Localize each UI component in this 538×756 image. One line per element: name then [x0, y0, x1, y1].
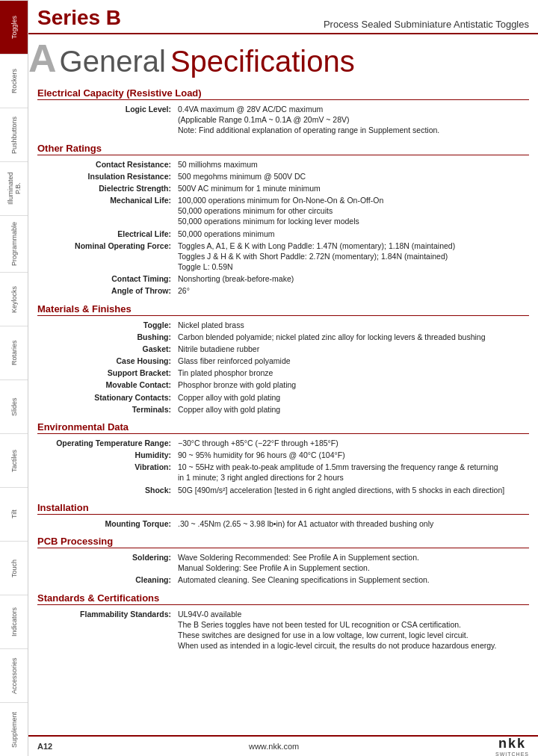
row-value: Nitrile butadiene rubber	[176, 343, 529, 355]
table-row: Humidity: 90 ~ 95% humidity for 96 hours…	[37, 449, 529, 461]
sidebar-item-illuminated[interactable]: Illuminated P.B.	[0, 161, 28, 215]
table-row: Movable Contact: Phosphor bronze with go…	[37, 379, 529, 391]
row-value: 0.4VA maximum @ 28V AC/DC maximum (Appli…	[176, 103, 529, 137]
section-standards-certifications: Standards & Certifications	[37, 592, 529, 605]
table-row: Shock: 50G [490m/s²] acceleration [teste…	[37, 484, 529, 496]
table-row: Cleaning: Automated cleaning. See Cleani…	[37, 574, 529, 586]
row-label: Soldering:	[37, 551, 176, 574]
standards-certifications-table: Flammability Standards: UL94V-0 availabl…	[37, 608, 529, 652]
sidebar-item-rotaries[interactable]: Rotaries	[0, 326, 28, 379]
row-value: .30 ~ .45Nm (2.65 ~ 3.98 lb•in) for A1 a…	[176, 518, 529, 530]
sidebar-item-toggles[interactable]: Toggles	[0, 0, 28, 54]
nkk-switches-label: SWITCHES	[495, 752, 529, 756]
section-electrical-capacity: Electrical Capacity (Resistive Load)	[37, 87, 529, 100]
row-value: 10 ~ 55Hz with peak-to-peak amplitude of…	[176, 461, 529, 483]
row-label: Toggle:	[37, 319, 176, 331]
table-row: Vibration: 10 ~ 55Hz with peak-to-peak a…	[37, 461, 529, 483]
table-row: Bushing: Carbon blended polyamide; nicke…	[37, 331, 529, 343]
pcb-processing-table: Soldering: Wave Soldering Recommended: S…	[37, 551, 529, 586]
sidebar-item-touch[interactable]: Touch	[0, 541, 28, 595]
row-label: Bushing:	[37, 331, 176, 343]
sidebar-item-indicators[interactable]: Indicators	[0, 595, 28, 648]
row-label: Flammability Standards:	[37, 608, 176, 652]
sidebar-item-keylocks[interactable]: Keylocks	[0, 272, 28, 326]
page-footer: A12 www.nkk.com nkk SWITCHES	[28, 735, 538, 756]
table-row: Terminals: Copper alloy with gold platin…	[37, 403, 529, 415]
sidebar-item-supplement[interactable]: Supplement	[0, 702, 28, 756]
row-value: Glass fiber reinforced polyamide	[176, 355, 529, 367]
row-value: Automated cleaning. See Cleaning specifi…	[176, 574, 529, 586]
row-label: Terminals:	[37, 403, 176, 415]
row-label: Cleaning:	[37, 574, 176, 586]
row-value: Copper alloy with gold plating	[176, 403, 529, 415]
row-label: Insulation Resistance:	[37, 170, 176, 182]
installation-table: Mounting Torque: .30 ~ .45Nm (2.65 ~ 3.9…	[37, 518, 529, 530]
section-installation: Installation	[37, 502, 529, 515]
content-area: Electrical Capacity (Resistive Load) Log…	[28, 87, 538, 659]
materials-finishes-table: Toggle: Nickel plated brass Bushing: Car…	[37, 319, 529, 415]
row-label: Case Housing:	[37, 355, 176, 367]
row-label: Gasket:	[37, 343, 176, 355]
table-row: Contact Resistance: 50 milliohms maximum	[37, 158, 529, 170]
table-row: Case Housing: Glass fiber reinforced pol…	[37, 355, 529, 367]
table-row: Mounting Torque: .30 ~ .45Nm (2.65 ~ 3.9…	[37, 518, 529, 530]
table-row: Mechanical Life: 100,000 operations mini…	[37, 194, 529, 228]
row-value: Phosphor bronze with gold plating	[176, 379, 529, 391]
table-row: Nominal Operating Force: Toggles A, A1, …	[37, 240, 529, 273]
nkk-logo-container: nkk SWITCHES	[495, 736, 529, 756]
sidebar-item-rockers[interactable]: Rockers	[0, 54, 28, 108]
table-row: Toggle: Nickel plated brass	[37, 319, 529, 331]
page-number: A12	[37, 742, 52, 751]
row-label: Logic Level:	[37, 103, 176, 137]
row-value: Toggles A, A1, E & K with Long Paddle: 1…	[176, 240, 529, 273]
row-value: Copper alloy with gold plating	[176, 391, 529, 403]
table-row: Logic Level: 0.4VA maximum @ 28V AC/DC m…	[37, 103, 529, 137]
other-ratings-table: Contact Resistance: 50 milliohms maximum…	[37, 158, 529, 297]
row-value: 500 megohms minimum @ 500V DC	[176, 170, 529, 182]
table-row: Contact Timing: Nonshorting (break-befor…	[37, 273, 529, 285]
sidebar-item-accessories[interactable]: Accessories	[0, 648, 28, 702]
row-label: Nominal Operating Force:	[37, 240, 176, 273]
main-content: Series B Process Sealed Subminiature Ant…	[28, 0, 538, 659]
row-value: 90 ~ 95% humidity for 96 hours @ 40°C (1…	[176, 449, 529, 461]
section-pcb-processing: PCB Processing	[37, 536, 529, 548]
table-row: Operating Temperature Range: −30°C throu…	[37, 437, 529, 449]
row-label: Dielectric Strength:	[37, 182, 176, 194]
row-label: Operating Temperature Range:	[37, 437, 176, 449]
series-title: Series B	[37, 6, 121, 30]
page-subtitle: Process Sealed Subminiature Antistatic T…	[324, 19, 529, 30]
row-label: Angle of Throw:	[37, 285, 176, 297]
sidebar-item-slides[interactable]: Slides	[0, 379, 28, 433]
title-general: General	[60, 45, 166, 78]
sidebar-item-pushbuttons[interactable]: Pushbuttons	[0, 108, 28, 161]
row-value: −30°C through +85°C (−22°F through +185°…	[176, 437, 529, 449]
row-value: Carbon blended polyamide; nickel plated …	[176, 331, 529, 343]
sidebar-item-tactiles[interactable]: Tactiles	[0, 433, 28, 487]
table-row: Flammability Standards: UL94V-0 availabl…	[37, 608, 529, 652]
row-label: Mounting Torque:	[37, 518, 176, 530]
environmental-data-table: Operating Temperature Range: −30°C throu…	[37, 437, 529, 496]
row-value: 50,000 operations minimum	[176, 228, 529, 240]
footer-url: www.nkk.com	[249, 742, 299, 751]
row-label: Mechanical Life:	[37, 194, 176, 228]
row-value: Wave Soldering Recommended: See Profile …	[176, 551, 529, 574]
table-row: Stationary Contacts: Copper alloy with g…	[37, 391, 529, 403]
table-row: Gasket: Nitrile butadiene rubber	[37, 343, 529, 355]
table-row: Angle of Throw: 26°	[37, 285, 529, 297]
page-header: Series B Process Sealed Subminiature Ant…	[28, 0, 538, 34]
row-value: Nickel plated brass	[176, 319, 529, 331]
section-other-ratings: Other Ratings	[37, 143, 529, 155]
sidebar-item-tilt[interactable]: Tilt	[0, 487, 28, 541]
table-row: Electrical Life: 50,000 operations minim…	[37, 228, 529, 240]
sidebar-item-programmable[interactable]: Programmable	[0, 215, 28, 272]
page-title-area: A General Specifications	[28, 34, 538, 81]
sidebar: Toggles Rockers Pushbuttons Illuminated …	[0, 0, 28, 756]
table-row: Dielectric Strength: 500V AC minimum for…	[37, 182, 529, 194]
row-value: Tin plated phosphor bronze	[176, 367, 529, 379]
row-value: 50G [490m/s²] acceleration [tested in 6 …	[176, 484, 529, 496]
row-value: 100,000 operations minimum for On-None-O…	[176, 194, 529, 228]
row-value: UL94V-0 available The B Series toggles h…	[176, 608, 529, 652]
row-label: Vibration:	[37, 461, 176, 483]
section-letter: A	[28, 39, 57, 78]
row-value: 50 milliohms maximum	[176, 158, 529, 170]
